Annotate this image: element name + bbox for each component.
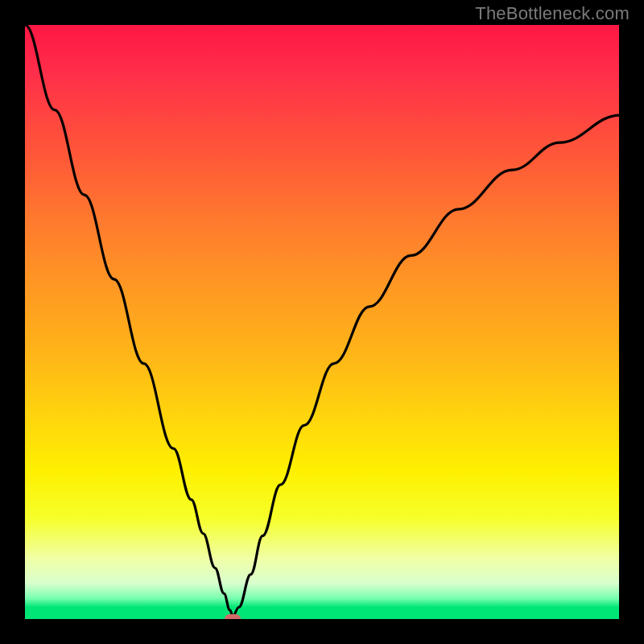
plot-area	[25, 25, 619, 619]
minimum-marker	[225, 614, 241, 619]
chart-frame: TheBottleneck.com	[0, 0, 644, 644]
watermark-text: TheBottleneck.com	[475, 3, 630, 24]
bottleneck-curve	[25, 25, 619, 619]
